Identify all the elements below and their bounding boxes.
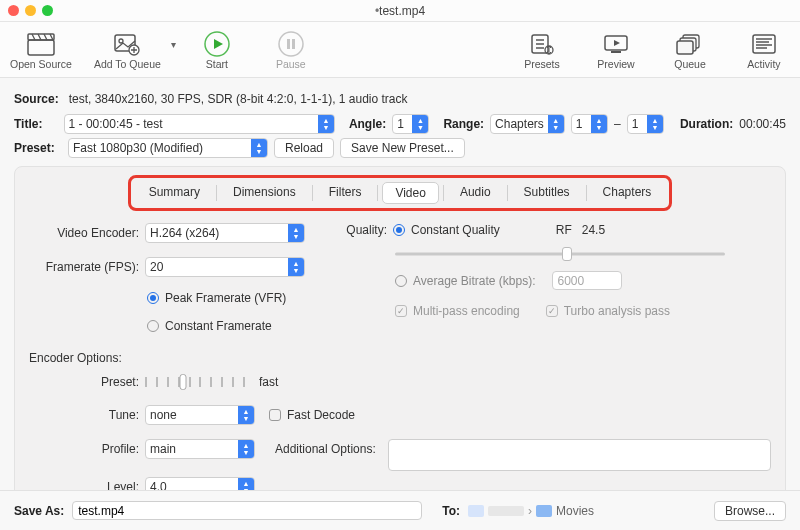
- average-bitrate-input: [552, 271, 622, 290]
- tab-video[interactable]: Video: [382, 182, 438, 204]
- presets-button[interactable]: Presets: [516, 30, 568, 70]
- queue-button[interactable]: Queue: [664, 30, 716, 70]
- tune-label: Tune:: [29, 408, 139, 422]
- tab-dimensions[interactable]: Dimensions: [221, 182, 308, 204]
- stepper-icon: ▲▼: [591, 115, 607, 133]
- stepper-icon: ▲▼: [288, 224, 304, 242]
- range-from-select[interactable]: 1 ▲▼: [571, 114, 608, 134]
- tabs-highlight: Summary Dimensions Filters Video Audio S…: [128, 175, 673, 211]
- duration-label: Duration:: [680, 117, 733, 131]
- folder-icon: [536, 505, 552, 517]
- svg-point-3: [119, 39, 123, 43]
- settings-panel: Summary Dimensions Filters Video Audio S…: [14, 166, 786, 530]
- to-label: To:: [442, 504, 460, 518]
- constant-framerate-radio[interactable]: Constant Framerate: [147, 319, 272, 333]
- tab-audio[interactable]: Audio: [448, 182, 503, 204]
- image-plus-icon: [111, 30, 143, 58]
- play-icon: [201, 30, 233, 58]
- window-title: test.mp4: [0, 4, 800, 18]
- save-new-preset-button[interactable]: Save New Preset...: [340, 138, 465, 158]
- peak-framerate-radio[interactable]: Peak Framerate (VFR): [147, 291, 286, 305]
- tab-summary[interactable]: Summary: [137, 182, 212, 204]
- close-dot[interactable]: [8, 5, 19, 16]
- tune-select[interactable]: none ▲▼: [145, 405, 255, 425]
- addopts-label: Additional Options:: [275, 439, 376, 456]
- constant-quality-radio[interactable]: Constant Quality: [393, 223, 500, 237]
- stepper-icon: ▲▼: [647, 115, 663, 133]
- svg-rect-12: [611, 51, 621, 53]
- stepper-icon: ▲▼: [251, 139, 267, 157]
- title-label: Title:: [14, 117, 58, 131]
- stepper-icon: ▲▼: [238, 440, 254, 458]
- rf-label: RF: [556, 223, 572, 237]
- open-source-button[interactable]: Open Source: [10, 30, 72, 70]
- title-select[interactable]: 1 - 00:00:45 - test ▲▼: [64, 114, 335, 134]
- svg-rect-15: [677, 41, 693, 54]
- stepper-icon: ▲▼: [412, 115, 428, 133]
- stepper-icon: ▲▼: [548, 115, 564, 133]
- rf-value: 24.5: [582, 223, 605, 237]
- chevron-down-icon[interactable]: ▾: [171, 39, 176, 50]
- enc-preset-label: Preset:: [29, 375, 139, 389]
- settings-tabs: Summary Dimensions Filters Video Audio S…: [137, 182, 664, 204]
- angle-label: Angle:: [349, 117, 386, 131]
- range-dash: –: [614, 117, 621, 131]
- video-encoder-select[interactable]: H.264 (x264) ▲▼: [145, 223, 305, 243]
- range-to-select[interactable]: 1 ▲▼: [627, 114, 664, 134]
- minimize-dot[interactable]: [25, 5, 36, 16]
- preset-select[interactable]: Fast 1080p30 (Modified) ▲▼: [68, 138, 268, 158]
- svg-rect-0: [28, 40, 54, 55]
- pause-button: Pause: [265, 30, 317, 70]
- tab-chapters[interactable]: Chapters: [591, 182, 664, 204]
- save-as-label: Save As:: [14, 504, 64, 518]
- stepper-icon: ▲▼: [288, 258, 304, 276]
- fps-label: Framerate (FPS):: [29, 260, 139, 274]
- clapperboard-icon: [25, 30, 57, 58]
- zoom-dot[interactable]: [42, 5, 53, 16]
- profile-label: Profile:: [29, 439, 139, 456]
- save-as-input[interactable]: [72, 501, 422, 520]
- rf-slider[interactable]: [395, 247, 725, 261]
- turbo-checkbox: ✓Turbo analysis pass: [546, 304, 670, 318]
- svg-point-6: [279, 32, 303, 56]
- presets-icon: [526, 30, 558, 58]
- additional-options-input[interactable]: [388, 439, 771, 471]
- encoder-options-heading: Encoder Options:: [29, 351, 771, 365]
- svg-rect-8: [292, 39, 295, 49]
- tab-filters[interactable]: Filters: [317, 182, 374, 204]
- stepper-icon: ▲▼: [318, 115, 334, 133]
- stepper-icon: ▲▼: [238, 406, 254, 424]
- range-label: Range:: [443, 117, 484, 131]
- dest-path[interactable]: › Movies: [468, 504, 594, 518]
- queue-icon: [674, 30, 706, 58]
- preset-label: Preset:: [14, 141, 62, 155]
- activity-icon: [748, 30, 780, 58]
- fps-select[interactable]: 20 ▲▼: [145, 257, 305, 277]
- browse-button[interactable]: Browse...: [714, 501, 786, 521]
- add-to-queue-button[interactable]: Add To Queue ▾: [94, 30, 161, 70]
- angle-select[interactable]: 1 ▲▼: [392, 114, 429, 134]
- enc-preset-value: fast: [259, 375, 278, 389]
- enc-preset-slider[interactable]: [145, 373, 245, 391]
- source-label: Source:: [14, 92, 59, 106]
- folder-icon: [468, 505, 484, 517]
- svg-rect-16: [753, 35, 775, 53]
- preview-icon: [600, 30, 632, 58]
- reload-button[interactable]: Reload: [274, 138, 334, 158]
- tab-subtitles[interactable]: Subtitles: [512, 182, 582, 204]
- source-value: test, 3840x2160, 30 FPS, SDR (8-bit 4:2:…: [69, 92, 408, 106]
- svg-rect-7: [287, 39, 290, 49]
- duration-value: 00:00:45: [739, 117, 786, 131]
- pause-icon: [275, 30, 307, 58]
- video-encoder-label: Video Encoder:: [29, 226, 139, 240]
- profile-select[interactable]: main ▲▼: [145, 439, 255, 459]
- multipass-checkbox: ✓Multi-pass encoding: [395, 304, 520, 318]
- range-mode-select[interactable]: Chapters ▲▼: [490, 114, 565, 134]
- quality-label: Quality:: [335, 223, 387, 237]
- average-bitrate-radio[interactable]: Average Bitrate (kbps):: [395, 274, 536, 288]
- preview-button[interactable]: Preview: [590, 30, 642, 70]
- start-button[interactable]: Start: [191, 30, 243, 70]
- fast-decode-checkbox[interactable]: Fast Decode: [269, 408, 355, 422]
- activity-button[interactable]: Activity: [738, 30, 790, 70]
